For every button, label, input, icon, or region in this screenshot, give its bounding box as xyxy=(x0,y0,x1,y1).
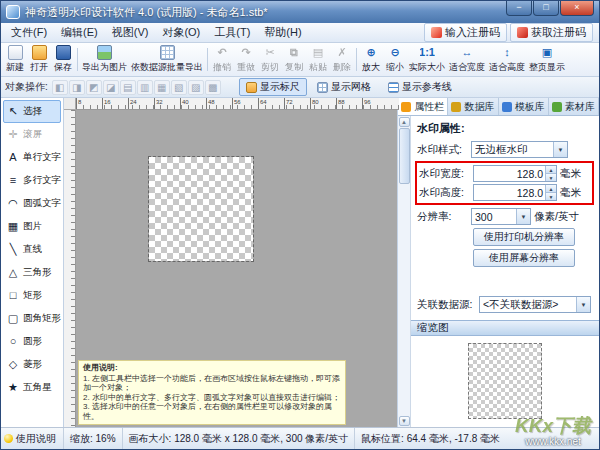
view-toggle-button[interactable]: 显示标尺 xyxy=(239,78,307,96)
toolbar-button[interactable]: 保存 xyxy=(51,44,75,75)
view-toggle-button[interactable]: 显示参考线 xyxy=(381,78,459,96)
panel-tab[interactable]: 模板库 xyxy=(499,98,549,115)
watermark-style-select[interactable]: 无边框水印 ▼ xyxy=(471,141,568,158)
align-icon[interactable]: ▤ xyxy=(120,80,136,95)
minimize-button[interactable]: − xyxy=(506,1,532,16)
menu-item[interactable]: 编辑(E) xyxy=(54,23,105,42)
tool-item[interactable]: ≡ 多行文字 xyxy=(3,169,61,192)
menu-item[interactable]: 工具(T) xyxy=(207,23,257,42)
datasource-select[interactable]: <不关联数据源> ▼ xyxy=(479,296,591,313)
zoom-status: 缩放: 16% xyxy=(64,428,123,449)
register-key-icon xyxy=(431,27,442,38)
tool-icon: ▢ xyxy=(5,313,21,324)
statusbar: 使用说明 缩放: 16% 画布大小: 128.0 毫米 x 128.0 毫米, … xyxy=(1,427,599,449)
align-icon[interactable]: ▧ xyxy=(171,80,187,95)
align-icon[interactable]: ◪ xyxy=(103,80,119,95)
panel-scrollbar[interactable]: ▲ ▼ xyxy=(398,116,411,427)
toolbar-button-icon: ↶ xyxy=(215,45,230,60)
menu-item[interactable]: 对象(O) xyxy=(155,23,207,42)
align-icon[interactable]: ◩ xyxy=(86,80,102,95)
chevron-down-icon[interactable]: ▼ xyxy=(516,209,530,224)
toolbar-button-icon xyxy=(97,45,112,60)
object-operations-bar: 对象操作: ◧◨◩◪▤▥▦▧▨▩ 显示标尺 显示网格 显示参考线 xyxy=(1,77,599,98)
tool-icon: ≡ xyxy=(5,175,21,186)
panel-tab-label: 模板库 xyxy=(515,100,545,114)
spinner-icons[interactable]: ▲▼ xyxy=(545,166,556,181)
tool-item[interactable]: △ 三角形 xyxy=(3,261,61,284)
close-button[interactable]: × xyxy=(560,1,594,16)
window-title: 神奇透明水印设计软件 4.0 (试用版) - 未命名1.stb* xyxy=(25,5,268,20)
panel-tab[interactable]: 数据库 xyxy=(448,98,498,115)
menu-item[interactable]: 文件(F) xyxy=(4,23,54,42)
align-icon[interactable]: ◧ xyxy=(52,80,68,95)
toolbar-button[interactable]: 导出为图片 xyxy=(80,44,129,75)
tool-item[interactable]: ↖ 选择 xyxy=(3,100,61,123)
horizontal-ruler: 81624324048566472808896 xyxy=(76,98,399,110)
toolbar-button[interactable]: ⊕ 放大 xyxy=(359,44,383,75)
menu-item[interactable]: 帮助(H) xyxy=(257,23,308,42)
toolbar-button[interactable]: ⊖ 缩小 xyxy=(383,44,407,75)
toolbar-button[interactable]: 打开 xyxy=(27,44,51,75)
chevron-down-icon[interactable]: ▼ xyxy=(576,297,590,312)
tool-item[interactable]: ╲ 直线 xyxy=(3,238,61,261)
tool-item[interactable]: A 单行文字 xyxy=(3,146,61,169)
watermark-preview[interactable] xyxy=(149,157,253,261)
canvas[interactable]: 使用说明: 1. 左侧工具栏中选择一个功能后，在画布区域按住鼠标左键拖动，即可添… xyxy=(76,110,399,427)
toolbar-button[interactable]: ↔ 适合宽度 xyxy=(447,44,487,75)
align-icon[interactable]: ▦ xyxy=(154,80,170,95)
resolution-select[interactable]: 300 ▼ xyxy=(471,208,531,225)
toolbar-button[interactable]: ✗ 删除 xyxy=(330,44,354,75)
toolbar-button[interactable]: ▤ 粘贴 xyxy=(306,44,330,75)
toolbar-button[interactable] xyxy=(75,44,80,75)
toolbar-button[interactable]: ✂ 剪切 xyxy=(258,44,282,75)
toolbar-button[interactable]: 1:1 实际大小 xyxy=(407,44,447,75)
view-toggle-button[interactable]: 显示网格 xyxy=(310,78,378,96)
tool-item[interactable]: ○ 圆形 xyxy=(3,330,61,353)
tool-item[interactable]: ★ 五角星 xyxy=(3,376,61,399)
maximize-button[interactable]: □ xyxy=(533,1,559,16)
toolbar-button[interactable]: 新建 xyxy=(3,44,27,75)
help-button[interactable]: 使用说明 xyxy=(1,428,64,449)
use-screen-dpi-button[interactable]: 使用屏幕分辨率 xyxy=(473,249,575,267)
tool-item[interactable]: ◠ 圆弧文字 xyxy=(3,192,61,215)
enter-register-code-button[interactable]: 输入注册码 xyxy=(424,23,507,42)
scroll-down-icon[interactable]: ▼ xyxy=(399,416,410,426)
tool-item[interactable]: ▢ 圆角矩形 xyxy=(3,307,61,330)
enter-register-code-label: 输入注册码 xyxy=(445,25,500,40)
tool-item[interactable]: □ 矩形 xyxy=(3,284,61,307)
toolbar-button[interactable]: ▣ 整页显示 xyxy=(527,44,567,75)
vertical-ruler xyxy=(64,110,76,427)
spinner-icons[interactable]: ▲▼ xyxy=(545,185,556,200)
get-register-code-button[interactable]: 获取注册码 xyxy=(510,23,593,42)
panel-tab[interactable]: 属性栏 xyxy=(398,98,448,115)
chevron-down-icon[interactable]: ▼ xyxy=(553,142,567,157)
toolbar-button-icon: ⊖ xyxy=(388,45,403,60)
menu-item[interactable]: 视图(V) xyxy=(105,23,156,42)
toolbar-button[interactable]: 依数据源批量导出 xyxy=(129,44,205,75)
scrollbar-thumb[interactable] xyxy=(399,128,410,184)
tool-item[interactable]: ✛ 滚屏 xyxy=(3,123,61,146)
tool-item[interactable]: ▦ 图片 xyxy=(3,215,61,238)
toolbar-button[interactable]: ↕ 适合高度 xyxy=(487,44,527,75)
tool-label: 选择 xyxy=(23,105,42,118)
panel-tab-label: 数据库 xyxy=(464,100,494,114)
scroll-up-icon[interactable]: ▲ xyxy=(399,117,410,127)
toolbar-button[interactable]: ⧉ 复制 xyxy=(282,44,306,75)
align-icon[interactable]: ▨ xyxy=(188,80,204,95)
toolbar-button[interactable]: ↷ 重做 xyxy=(234,44,258,75)
align-icon[interactable]: ◨ xyxy=(69,80,85,95)
use-printer-dpi-button[interactable]: 使用打印机分辨率 xyxy=(473,228,575,246)
align-icon[interactable]: ▩ xyxy=(205,80,221,95)
watermark-width-input[interactable]: 128.0 ▲▼ xyxy=(473,165,557,182)
toolbar-button[interactable] xyxy=(354,44,359,75)
tool-item[interactable]: ◇ 菱形 xyxy=(3,353,61,376)
tool-icon: □ xyxy=(5,290,21,301)
watermark-height-input[interactable]: 128.0 ▲▼ xyxy=(473,184,557,201)
panel-tab[interactable]: 素材库 xyxy=(549,98,599,115)
toolbar-button-label: 打开 xyxy=(30,61,48,74)
menu-list: 文件(F)编辑(E)视图(V)对象(O)工具(T)帮助(H) xyxy=(4,23,309,42)
align-icon[interactable]: ▥ xyxy=(137,80,153,95)
thumbnail-preview xyxy=(468,343,542,419)
ruler-number: 72 xyxy=(284,98,310,109)
toolbar-button[interactable]: ↶ 撤销 xyxy=(210,44,234,75)
